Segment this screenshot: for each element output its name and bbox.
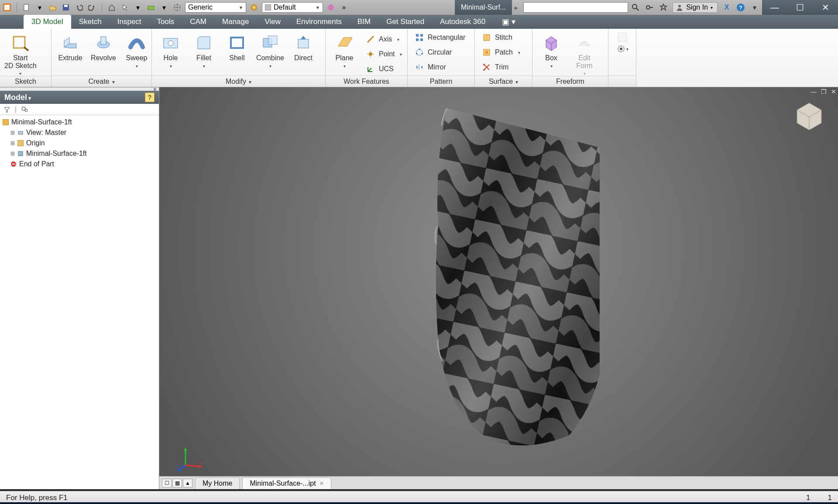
tab-sketch[interactable]: Sketch bbox=[71, 15, 110, 29]
hole-button[interactable]: Hole▾ bbox=[156, 31, 185, 69]
chevron-right-icon[interactable]: ▸ bbox=[515, 3, 518, 12]
panel-modify-title[interactable]: Modify bbox=[152, 75, 325, 87]
app-icon[interactable] bbox=[2, 2, 12, 13]
ribbon-overflow-icon[interactable]: ▣ ▾ bbox=[502, 17, 515, 27]
chevron-down-icon[interactable]: ▾ bbox=[133, 2, 143, 13]
browser-resize-handle[interactable]: ✕ bbox=[0, 87, 159, 91]
minimize-button[interactable]: — bbox=[762, 0, 787, 15]
point-button[interactable]: Point▾ bbox=[363, 48, 405, 60]
search-input[interactable] bbox=[523, 2, 628, 13]
viewport-3d[interactable]: — ❐ ✕ bbox=[159, 87, 838, 489]
status-help-text: For Help, press F1 bbox=[6, 494, 68, 502]
tree-root[interactable]: Minimal-Surface-1ft bbox=[3, 117, 156, 127]
tab-close-icon[interactable]: ✕ bbox=[319, 480, 324, 487]
trim-button[interactable]: Trim bbox=[479, 61, 523, 73]
tab-3d-model[interactable]: 3D Model bbox=[24, 15, 71, 29]
revolve-button[interactable]: Revolve bbox=[89, 31, 118, 62]
tab-get-started[interactable]: Get Started bbox=[378, 15, 432, 29]
signin-button[interactable]: Sign In ▾ bbox=[673, 2, 718, 13]
document-title-tab[interactable]: Minimal-Surf... bbox=[455, 0, 512, 15]
appearance-combo[interactable]: Default ▼ bbox=[262, 2, 323, 13]
panel-create-title[interactable]: Create bbox=[52, 75, 151, 87]
circular-pattern-button[interactable]: Circular bbox=[412, 46, 468, 58]
new-icon[interactable] bbox=[21, 2, 32, 13]
single-view-icon[interactable]: ☐ bbox=[162, 479, 172, 487]
chevron-down-icon[interactable]: ▾ bbox=[34, 2, 45, 13]
save-icon[interactable] bbox=[61, 2, 71, 13]
find-icon[interactable] bbox=[21, 106, 28, 113]
mirror-button[interactable]: Mirror bbox=[412, 61, 468, 73]
expand-icon[interactable]: ⊞ bbox=[10, 140, 15, 146]
open-icon[interactable] bbox=[48, 2, 58, 13]
maximize-button[interactable]: ☐ bbox=[787, 0, 813, 15]
viewport-minimize-icon[interactable]: — bbox=[811, 88, 817, 95]
point-label: Point bbox=[379, 50, 395, 58]
start-2d-sketch-button[interactable]: Start 2D Sketch▾ bbox=[4, 31, 37, 76]
doc-tab-home[interactable]: My Home bbox=[195, 477, 240, 489]
help-icon[interactable]: ? bbox=[736, 3, 745, 12]
key-icon[interactable] bbox=[645, 3, 654, 12]
tab-view[interactable]: View bbox=[257, 15, 288, 29]
tab-autodesk360[interactable]: Autodesk 360 bbox=[432, 15, 493, 29]
plane-button[interactable]: Plane▾ bbox=[330, 31, 359, 69]
fillet-button[interactable]: Fillet▾ bbox=[189, 31, 218, 69]
browser-tree[interactable]: Minimal-Surface-1ft ⊞View: Master ⊞Origi… bbox=[0, 115, 159, 489]
material-icon[interactable] bbox=[146, 2, 156, 13]
tree-feature[interactable]: ⊞Minimal-Surface-1ft bbox=[3, 148, 156, 159]
axis-button[interactable]: Axis▾ bbox=[363, 33, 405, 45]
browser-help-icon[interactable]: ? bbox=[145, 93, 155, 102]
extrude-button[interactable]: Extrude bbox=[56, 31, 85, 62]
panel-sketch-title[interactable]: Sketch bbox=[0, 76, 51, 87]
tab-tools[interactable]: Tools bbox=[149, 15, 182, 29]
tree-origin[interactable]: ⊞Origin bbox=[3, 138, 156, 148]
stitch-button[interactable]: Stitch bbox=[479, 31, 523, 44]
globe-icon[interactable] bbox=[172, 2, 182, 13]
panel-surface-title[interactable]: Surface bbox=[475, 75, 532, 87]
visibility-toggle[interactable]: ▾ bbox=[617, 45, 628, 53]
tab-bim[interactable]: BIM bbox=[350, 15, 378, 29]
box-button[interactable]: Box▾ bbox=[537, 31, 566, 69]
tab-environments[interactable]: Environments bbox=[288, 15, 350, 29]
shell-button[interactable]: Shell bbox=[223, 31, 251, 62]
expand-icon[interactable]: ⊞ bbox=[10, 130, 15, 136]
view-up-icon[interactable]: ▲ bbox=[183, 479, 192, 487]
direct-button[interactable]: Direct bbox=[289, 31, 318, 62]
axis-gizmo[interactable]: x z bbox=[177, 446, 203, 472]
multi-view-icon[interactable]: ▦ bbox=[172, 479, 182, 487]
panel-work-title[interactable]: Work Features bbox=[326, 75, 407, 87]
ucs-button[interactable]: UCS bbox=[363, 63, 405, 75]
star-icon[interactable] bbox=[659, 3, 668, 12]
redo-icon[interactable] bbox=[87, 2, 97, 13]
sweep-button[interactable]: Sweep▾ bbox=[122, 31, 151, 69]
tree-end-of-part[interactable]: End of Part bbox=[3, 159, 156, 169]
select-icon[interactable] bbox=[120, 2, 130, 13]
exchange-icon[interactable]: X bbox=[722, 3, 732, 12]
undo-icon[interactable] bbox=[74, 2, 84, 13]
rectangular-pattern-button[interactable]: Rectangular bbox=[412, 31, 468, 44]
tab-inspect[interactable]: Inspect bbox=[110, 15, 149, 29]
material-combo[interactable]: Generic▼ bbox=[185, 2, 246, 13]
search-icon[interactable] bbox=[631, 3, 640, 12]
panel-freeform-title[interactable]: Freeform bbox=[532, 76, 608, 87]
viewport-close-icon[interactable]: ✕ bbox=[831, 88, 836, 95]
overflow-icon[interactable]: » bbox=[339, 2, 349, 13]
appearance-sphere2-icon[interactable] bbox=[326, 2, 336, 13]
tab-cam[interactable]: CAM bbox=[182, 15, 214, 29]
home-icon[interactable] bbox=[106, 2, 117, 13]
svg-text:▾: ▾ bbox=[626, 47, 628, 51]
close-button[interactable]: ✕ bbox=[813, 0, 838, 15]
panel-pattern-title[interactable]: Pattern bbox=[408, 75, 474, 87]
viewport-restore-icon[interactable]: ❐ bbox=[821, 88, 827, 95]
combine-button[interactable]: Combine▾ bbox=[256, 31, 285, 69]
chevron-down-icon[interactable]: ▾ bbox=[750, 3, 759, 12]
appearance-sphere-icon[interactable] bbox=[249, 2, 259, 13]
chevron-down-icon[interactable]: ▾ bbox=[159, 2, 169, 13]
view-cube[interactable] bbox=[793, 100, 825, 132]
browser-header[interactable]: Model ▾ ? bbox=[0, 91, 159, 104]
expand-icon[interactable]: ⊞ bbox=[10, 151, 15, 157]
tab-manage[interactable]: Manage bbox=[214, 15, 257, 29]
doc-tab-file[interactable]: Minimal-Surface-...ipt✕ bbox=[242, 477, 331, 489]
filter-icon[interactable] bbox=[3, 106, 10, 113]
tree-view[interactable]: ⊞View: Master bbox=[3, 127, 156, 138]
patch-button[interactable]: Patch▾ bbox=[479, 46, 523, 58]
